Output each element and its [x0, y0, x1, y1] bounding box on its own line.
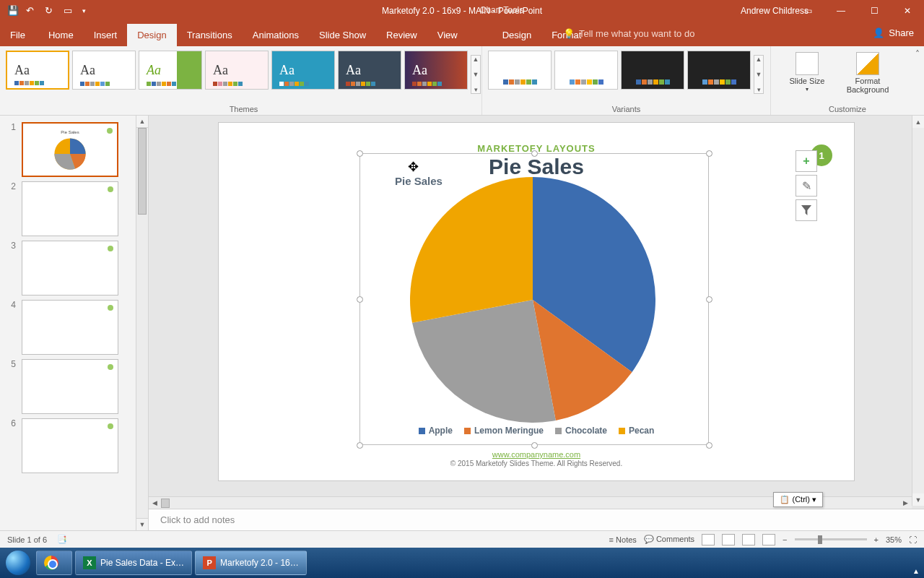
- variants-gallery-scroll[interactable]: ▲▼▾: [754, 55, 764, 94]
- variant-tile[interactable]: [621, 51, 684, 90]
- slideshow-view-icon[interactable]: [762, 534, 775, 545]
- taskbar-powerpoint[interactable]: PMarketofy 2.0 - 16…: [195, 551, 307, 575]
- tab-slideshow[interactable]: Slide Show: [309, 24, 376, 46]
- fit-to-window-icon[interactable]: ⛶: [909, 535, 917, 544]
- thumbnails-scrollbar[interactable]: ▲ ▼: [136, 116, 148, 530]
- theme-tile[interactable]: Aa: [404, 51, 468, 90]
- theme-tile[interactable]: Aa: [338, 51, 401, 90]
- theme-tile[interactable]: Aa: [72, 51, 136, 90]
- slide-size-button[interactable]: Slide Size▾: [781, 52, 833, 93]
- slide-thumb-6[interactable]: [22, 418, 118, 473]
- selection-handle[interactable]: [706, 296, 712, 303]
- variant-tile[interactable]: [488, 51, 552, 90]
- chart-elements-button[interactable]: +: [796, 150, 817, 172]
- maximize-icon[interactable]: ☐: [858, 0, 891, 22]
- selection-handle[interactable]: [531, 442, 538, 449]
- selection-handle[interactable]: [357, 442, 363, 449]
- chart-styles-button[interactable]: ✎: [796, 175, 817, 197]
- scroll-down-icon[interactable]: ▼: [912, 493, 924, 506]
- qat-dropdown-icon[interactable]: ▾: [82, 6, 92, 16]
- title-bar: 💾 ↶ ↻ ▭ ▾ Marketofy 2.0 - 16x9 - MAIN - …: [0, 0, 924, 22]
- scrollbar-handle[interactable]: [138, 128, 147, 215]
- selection-handle[interactable]: [706, 442, 712, 449]
- tab-file[interactable]: File: [0, 24, 38, 46]
- slide-thumb-5[interactable]: [22, 359, 118, 414]
- themes-gallery-scroll[interactable]: ▲▼▾: [471, 55, 481, 94]
- slide-thumb-3[interactable]: [22, 241, 118, 296]
- redo-icon[interactable]: ↻: [45, 6, 55, 16]
- themes-group: Aa Aa Aa Aa Aa Aa Aa ▲▼▾ Themes: [6, 46, 482, 115]
- variant-tile[interactable]: [554, 51, 618, 90]
- footer-copyright: © 2015 Marketofy Slides Theme. All Right…: [219, 460, 854, 467]
- selection-handle[interactable]: [531, 150, 538, 157]
- comments-toggle[interactable]: 💬 Comments: [644, 535, 694, 544]
- group-label: Variants: [482, 105, 770, 113]
- share-button[interactable]: 👤Share: [873, 27, 914, 38]
- footer-url: www.companyname.com: [219, 450, 854, 459]
- format-background-button[interactable]: Format Background: [842, 52, 894, 94]
- scroll-up-icon[interactable]: ▲: [136, 116, 148, 128]
- taskbar-excel[interactable]: XPie Sales Data - Ex…: [75, 551, 192, 575]
- tab-transitions[interactable]: Transitions: [177, 24, 243, 46]
- start-from-beginning-icon[interactable]: ▭: [64, 6, 74, 16]
- slide-indicator[interactable]: Slide 1 of 6: [7, 535, 47, 544]
- tab-review[interactable]: Review: [376, 24, 427, 46]
- tab-view[interactable]: View: [427, 24, 468, 46]
- notes-pane[interactable]: Click to add notes: [149, 509, 924, 530]
- start-button[interactable]: [3, 548, 33, 578]
- scroll-up-icon[interactable]: ▲: [912, 116, 924, 128]
- scrollbar-handle[interactable]: [161, 499, 170, 508]
- slide-thumb-2[interactable]: [22, 181, 118, 236]
- legend-swatch-icon: [464, 428, 471, 434]
- slide-thumbnails-pane: 1 Pie Sales 2 3 4 5 6 ▲ ▼: [0, 116, 149, 530]
- ribbon-tabs: File Home Insert Design Transitions Anim…: [0, 22, 924, 46]
- format-background-icon: [856, 52, 879, 75]
- tab-insert[interactable]: Insert: [84, 24, 128, 46]
- spell-check-icon[interactable]: 📑: [57, 535, 67, 544]
- collapse-ribbon-icon[interactable]: ˄: [915, 49, 920, 59]
- pie-chart[interactable]: [410, 177, 655, 423]
- animation-indicator-icon: [108, 364, 113, 370]
- selection-handle[interactable]: [706, 150, 712, 157]
- undo-icon[interactable]: ↶: [26, 6, 36, 16]
- theme-tile[interactable]: Aa: [205, 51, 269, 90]
- zoom-handle[interactable]: [818, 535, 822, 544]
- reading-view-icon[interactable]: [742, 534, 755, 545]
- scroll-down-icon[interactable]: ▼: [136, 518, 148, 530]
- animation-indicator-icon: [108, 423, 113, 429]
- selection-handle[interactable]: [357, 150, 363, 157]
- minimize-icon[interactable]: —: [824, 0, 858, 22]
- slide-canvas[interactable]: MARKETOFY LAYOUTS Pie Sales 1 Pie Sales …: [219, 123, 854, 480]
- theme-tile[interactable]: Aa: [139, 51, 202, 90]
- slide-thumb-4[interactable]: [22, 300, 118, 355]
- theme-tile[interactable]: Aa: [6, 51, 69, 90]
- scroll-left-icon[interactable]: ◀: [149, 499, 161, 506]
- theme-tile[interactable]: Aa: [271, 51, 335, 90]
- selection-handle[interactable]: [357, 296, 363, 303]
- tab-home[interactable]: Home: [38, 24, 84, 46]
- tab-chart-design[interactable]: Design: [492, 24, 541, 46]
- zoom-level[interactable]: 35%: [886, 535, 902, 544]
- system-tray-show-desktop[interactable]: ▲: [912, 567, 920, 575]
- pie-slice[interactable]: [410, 177, 533, 323]
- tab-design[interactable]: Design: [127, 24, 176, 46]
- tell-me-search[interactable]: 💡Tell me what you want to do: [563, 28, 694, 39]
- zoom-slider[interactable]: [795, 538, 867, 540]
- save-icon[interactable]: 💾: [7, 6, 17, 16]
- ribbon-display-options-icon[interactable]: ▭: [791, 0, 824, 22]
- editor-vertical-scrollbar[interactable]: ▲ ▼: [912, 116, 924, 506]
- zoom-out-icon[interactable]: −: [783, 535, 787, 544]
- paste-options-popup[interactable]: 📋(Ctrl) ▾: [773, 492, 824, 507]
- slide-thumb-1[interactable]: Pie Sales: [22, 122, 118, 177]
- normal-view-icon[interactable]: [702, 534, 715, 545]
- scroll-right-icon[interactable]: ▶: [899, 499, 912, 506]
- slide-sorter-view-icon[interactable]: [722, 534, 735, 545]
- variant-tile[interactable]: [687, 51, 751, 90]
- notes-toggle[interactable]: ≡ Notes: [609, 535, 637, 544]
- chart-side-buttons: + ✎: [796, 150, 817, 221]
- zoom-in-icon[interactable]: +: [874, 535, 879, 544]
- close-icon[interactable]: ✕: [891, 0, 924, 22]
- tab-animations[interactable]: Animations: [243, 24, 309, 46]
- chart-filters-button[interactable]: [796, 199, 817, 221]
- taskbar-chrome[interactable]: [36, 551, 72, 575]
